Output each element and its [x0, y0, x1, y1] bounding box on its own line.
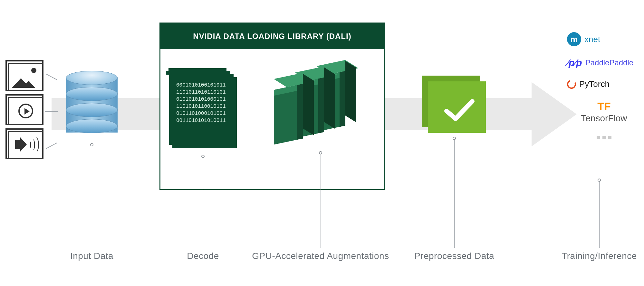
callout-line	[203, 156, 203, 248]
paddle-logo-icon: ⁄p⁄p	[567, 57, 582, 68]
database-icon	[66, 71, 118, 138]
callout-dot	[201, 155, 205, 158]
callout-line	[92, 145, 92, 248]
video-icon	[8, 97, 43, 125]
connector-line	[46, 143, 57, 149]
paddle-label: PaddlePaddle	[585, 58, 633, 67]
framework-mxnet: m xnet	[567, 32, 641, 46]
callout-dot	[453, 137, 456, 140]
label-input-data: Input Data	[70, 251, 113, 261]
decode-card: 0001010100101011 1101011010110101 010101…	[172, 77, 242, 153]
tensorflow-logo-icon: TF	[597, 100, 611, 113]
gpu-cubes-icon	[274, 68, 377, 151]
diagram-stage: NVIDIA DATA LOADING LIBRARY (DALI) 00010…	[0, 0, 644, 286]
pytorch-flame-icon	[566, 78, 577, 90]
callout-dot	[90, 143, 93, 146]
connector-line	[45, 111, 58, 112]
image-icon	[8, 63, 43, 91]
frameworks-list: m xnet ⁄p⁄p PaddlePaddle PyTorch TF Tens…	[567, 32, 641, 140]
label-training: Training/Inference	[562, 251, 637, 261]
mxnet-label: xnet	[584, 34, 600, 44]
audio-icon	[8, 131, 43, 159]
callout-dot	[319, 151, 322, 154]
framework-paddle: ⁄p⁄p PaddlePaddle	[567, 57, 641, 68]
framework-tensorflow: TF TensorFlow	[567, 100, 641, 124]
framework-pytorch: PyTorch	[567, 79, 641, 89]
callout-line	[599, 180, 600, 248]
callout-dot	[598, 179, 601, 182]
checkmark-icon	[443, 97, 476, 123]
pytorch-label: PyTorch	[579, 79, 610, 89]
tensorflow-label: TensorFlow	[581, 113, 627, 124]
connector-line	[46, 74, 57, 80]
label-decode: Decode	[187, 251, 219, 261]
input-media-stack	[8, 63, 43, 165]
preprocessed-check-icon	[422, 76, 486, 134]
decode-bits: 0001010100101011 1101011010110101 010101…	[172, 77, 237, 148]
label-preprocessed: Preprocessed Data	[414, 251, 494, 261]
ellipsis-icon	[567, 134, 641, 140]
callout-line	[454, 138, 455, 248]
callout-line	[321, 153, 321, 248]
dali-title: NVIDIA DATA LOADING LIBRARY (DALI)	[160, 23, 384, 49]
mxnet-badge-icon: m	[567, 32, 581, 46]
label-gpu-aug: GPU-Accelerated Augmentations	[252, 251, 389, 261]
